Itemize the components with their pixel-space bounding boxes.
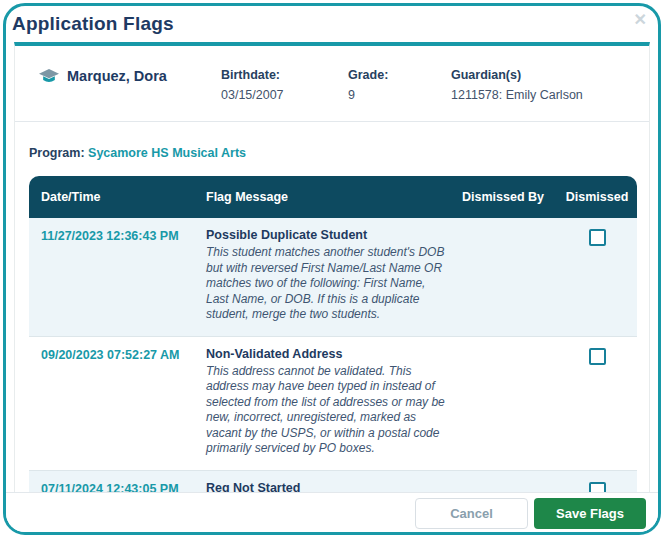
flag-title: Possible Duplicate Student — [206, 228, 445, 242]
column-header-dismissed: Dismissed — [557, 190, 637, 204]
program-row: Program: Sycamore HS Musical Arts — [15, 122, 649, 176]
modal-title: Application Flags — [12, 13, 174, 34]
flags-table-header: Date/Time Flag Message Dismissed By Dism… — [29, 176, 637, 218]
flags-table-body[interactable]: 11/27/2023 12:36:43 PM Possible Duplicat… — [29, 218, 637, 495]
application-flags-modal: Application Flags ✕ Marquez, Dora Birthd… — [3, 3, 661, 535]
birthdate-block: Birthdate: 03/15/2007 — [221, 68, 348, 102]
flag-title: Non-Validated Address — [206, 347, 445, 361]
flag-datetime: 11/27/2023 12:36:43 PM — [29, 218, 206, 336]
grade-label: Grade: — [348, 68, 451, 82]
flag-row: 11/27/2023 12:36:43 PM Possible Duplicat… — [29, 218, 637, 337]
birthdate-label: Birthdate: — [221, 68, 348, 82]
cancel-button[interactable]: Cancel — [415, 498, 528, 529]
save-flags-button[interactable]: Save Flags — [534, 498, 646, 529]
dismissed-by-cell — [449, 337, 557, 470]
dismissed-cell — [557, 218, 637, 336]
flags-table: Date/Time Flag Message Dismissed By Dism… — [29, 176, 637, 495]
flag-description: This student matches another student's D… — [206, 245, 445, 323]
birthdate-value: 03/15/2007 — [221, 88, 348, 102]
flag-message-cell: Non-Validated Address This address canno… — [206, 337, 449, 470]
modal-content: Marquez, Dora Birthdate: 03/15/2007 Grad… — [14, 42, 650, 495]
grade-block: Grade: 9 — [348, 68, 451, 102]
program-label: Program: — [29, 146, 85, 160]
program-link[interactable]: Sycamore HS Musical Arts — [88, 146, 246, 160]
student-name: Marquez, Dora — [67, 68, 167, 84]
student-name-block: Marquez, Dora — [39, 68, 221, 102]
flag-description: This address cannot be validated. This a… — [206, 364, 445, 457]
guardian-value: 1211578: Emily Carlson — [451, 88, 649, 102]
dismiss-checkbox[interactable] — [589, 229, 606, 246]
flag-message-cell: Possible Duplicate Student This student … — [206, 218, 449, 336]
dismissed-cell — [557, 337, 637, 470]
column-header-datetime: Date/Time — [29, 190, 206, 204]
graduation-cap-icon — [39, 69, 59, 89]
guardian-label: Guardian(s) — [451, 68, 649, 82]
guardian-block: Guardian(s) 1211578: Emily Carlson — [451, 68, 649, 102]
close-icon[interactable]: ✕ — [634, 12, 647, 28]
flag-row: 09/20/2023 07:52:27 AM Non-Validated Add… — [29, 337, 637, 471]
column-header-dismissed-by: Dismissed By — [449, 190, 557, 204]
column-header-flag-message: Flag Message — [206, 190, 449, 204]
modal-header: Application Flags ✕ — [6, 6, 658, 42]
dismissed-by-cell — [449, 218, 557, 336]
student-info-bar: Marquez, Dora Birthdate: 03/15/2007 Grad… — [15, 46, 649, 122]
grade-value: 9 — [348, 88, 451, 102]
dismiss-checkbox[interactable] — [589, 348, 606, 365]
flag-datetime: 09/20/2023 07:52:27 AM — [29, 337, 206, 470]
modal-footer: Cancel Save Flags — [6, 492, 658, 532]
